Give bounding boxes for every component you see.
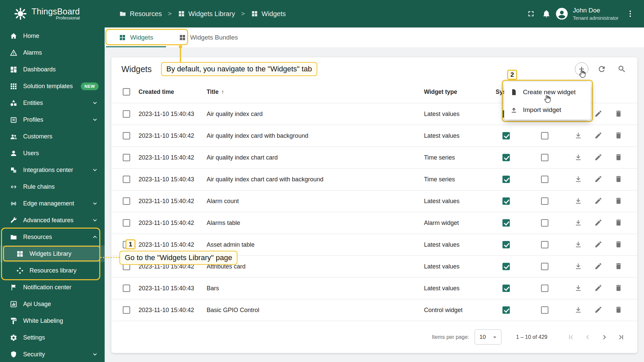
sidebar-item-api-usage[interactable]: Api Usage [0, 296, 105, 312]
sidebar-item-notification-center[interactable]: Notification center [0, 279, 105, 296]
search-button[interactable] [615, 62, 629, 76]
table-row[interactable]: 2023-11-10 15:40:42Alarm countLatest val… [111, 190, 637, 212]
edit-widget-button[interactable] [594, 131, 602, 140]
delete-widget-button[interactable] [614, 110, 623, 119]
first-page-button[interactable] [564, 330, 578, 345]
select-all-checkbox[interactable] [123, 88, 130, 96]
sidebar-item-settings[interactable]: Settings [0, 329, 105, 346]
edit-widget-button[interactable] [594, 262, 602, 271]
previous-page-button[interactable] [580, 330, 595, 345]
download-widget-button[interactable] [574, 262, 582, 271]
sidebar-item-resources-library[interactable]: Resources library [0, 262, 105, 279]
deprecated-checkbox[interactable] [541, 132, 548, 139]
sidebar-item-rule-chains[interactable]: Rule chains [0, 178, 105, 195]
menu-item-import-widget[interactable]: Import widget [504, 101, 591, 119]
download-widget-button[interactable] [574, 131, 582, 140]
more-menu-button[interactable] [623, 6, 638, 21]
system-checkbox[interactable] [502, 241, 510, 248]
delete-widget-button[interactable] [614, 284, 623, 293]
fullscreen-button[interactable] [523, 6, 539, 21]
column-created-time[interactable]: Created time [139, 88, 207, 96]
deprecated-checkbox[interactable] [541, 306, 548, 314]
column-widget-type[interactable]: Widget type [424, 88, 491, 96]
edit-widget-button[interactable] [594, 284, 602, 293]
row-checkbox[interactable] [123, 306, 130, 314]
edit-widget-button[interactable] [594, 306, 602, 315]
download-widget-button[interactable] [574, 175, 582, 184]
download-widget-button[interactable] [574, 240, 582, 249]
row-checkbox[interactable] [123, 219, 130, 227]
edit-widget-button[interactable] [594, 110, 602, 119]
sidebar-item-entities[interactable]: Entities [0, 95, 105, 111]
deprecated-checkbox[interactable] [541, 263, 548, 270]
tab-widgets-bundles[interactable]: Widgets Bundles [166, 27, 251, 47]
row-checkbox[interactable] [123, 285, 130, 292]
system-checkbox[interactable] [502, 306, 510, 314]
brand-logo[interactable]: ThingsBoard Professional [0, 0, 105, 27]
add-widget-button[interactable] [575, 62, 588, 76]
table-row[interactable]: 2023-11-10 15:40:42Alarms tableAlarm wid… [111, 212, 637, 234]
sidebar-item-solution-templates[interactable]: Solution templatesNEW [0, 78, 105, 95]
system-checkbox[interactable] [502, 132, 510, 139]
row-checkbox[interactable] [123, 176, 130, 183]
sidebar-item-edge-management[interactable]: Edge management [0, 195, 105, 212]
tab-widgets[interactable]: Widgets [106, 27, 166, 47]
sidebar-item-alarms[interactable]: Alarms [0, 44, 105, 61]
refresh-button[interactable] [595, 62, 608, 76]
delete-widget-button[interactable] [614, 197, 623, 206]
edit-widget-button[interactable] [594, 197, 602, 206]
table-row[interactable]: 2023-11-10 15:40:43BarsLatest values [111, 278, 637, 299]
breadcrumb-resources[interactable]: Resources [119, 10, 162, 18]
sidebar-item-integrations-center[interactable]: Integrations center [0, 162, 105, 178]
system-checkbox[interactable] [502, 176, 510, 183]
edit-widget-button[interactable] [594, 153, 602, 162]
deprecated-checkbox[interactable] [541, 197, 548, 205]
table-row[interactable]: 2023-11-10 15:40:42Air quality index car… [111, 125, 637, 147]
row-checkbox[interactable] [123, 110, 130, 118]
download-widget-button[interactable] [574, 306, 582, 315]
system-checkbox[interactable] [502, 219, 510, 227]
table-row[interactable]: 2023-11-10 15:40:42Basic GPIO ControlCon… [111, 299, 637, 321]
sidebar-item-resources[interactable]: Resources [0, 229, 105, 245]
edit-widget-button[interactable] [594, 175, 602, 184]
system-checkbox[interactable] [502, 154, 510, 161]
system-checkbox[interactable] [502, 285, 510, 292]
download-widget-button[interactable] [574, 197, 582, 206]
delete-widget-button[interactable] [614, 306, 623, 315]
sidebar-item-widgets-library[interactable]: Widgets Library [0, 245, 105, 262]
breadcrumb-widgets-library[interactable]: Widgets Library [178, 10, 235, 18]
sidebar-item-white-labeling[interactable]: White Labeling [0, 312, 105, 329]
sidebar-item-security[interactable]: Security [0, 346, 105, 362]
notifications-button[interactable] [539, 6, 554, 21]
sidebar-item-users[interactable]: Users [0, 145, 105, 162]
sidebar-item-home[interactable]: Home [0, 27, 105, 44]
delete-widget-button[interactable] [614, 131, 623, 140]
download-widget-button[interactable] [574, 219, 582, 228]
avatar[interactable] [554, 6, 570, 21]
table-row[interactable]: 2023-11-10 15:40:42Air quality index cha… [111, 147, 637, 169]
deprecated-checkbox[interactable] [541, 154, 548, 161]
row-checkbox[interactable] [123, 154, 130, 161]
row-checkbox[interactable] [123, 197, 130, 205]
delete-widget-button[interactable] [614, 153, 623, 162]
download-widget-button[interactable] [574, 153, 582, 162]
delete-widget-button[interactable] [614, 240, 623, 249]
deprecated-checkbox[interactable] [541, 219, 548, 227]
deprecated-checkbox[interactable] [541, 241, 548, 248]
table-row[interactable]: 2023-11-10 15:40:43Air quality index cha… [111, 169, 637, 190]
download-widget-button[interactable] [574, 284, 582, 293]
deprecated-checkbox[interactable] [541, 285, 548, 292]
next-page-button[interactable] [597, 330, 612, 345]
row-checkbox[interactable] [123, 132, 130, 139]
breadcrumb-widgets[interactable]: Widgets [251, 10, 286, 18]
sidebar-item-customers[interactable]: Customers [0, 128, 105, 145]
items-per-page-select[interactable]: 10 [475, 329, 501, 345]
last-page-button[interactable] [614, 330, 629, 345]
sidebar-item-profiles[interactable]: Profiles [0, 111, 105, 128]
system-checkbox[interactable] [502, 197, 510, 205]
deprecated-checkbox[interactable] [541, 176, 548, 183]
menu-item-create-new-widget[interactable]: Create new widget [504, 83, 591, 101]
delete-widget-button[interactable] [614, 262, 623, 271]
delete-widget-button[interactable] [614, 219, 623, 228]
delete-widget-button[interactable] [614, 175, 623, 184]
